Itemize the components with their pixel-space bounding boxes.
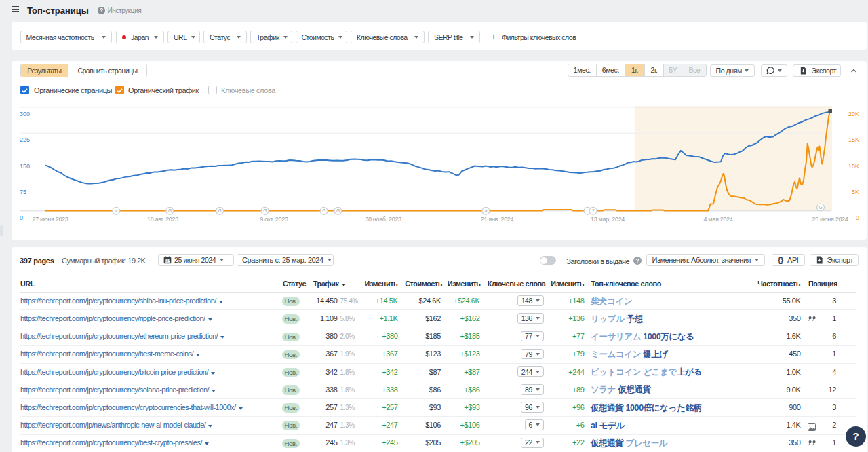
svg-text:G: G <box>819 205 823 210</box>
svg-text:G: G <box>168 208 172 213</box>
svg-text:G: G <box>263 208 267 213</box>
svg-text:G: G <box>322 208 326 213</box>
svg-text:G: G <box>336 208 340 213</box>
svg-text:G: G <box>218 208 222 213</box>
